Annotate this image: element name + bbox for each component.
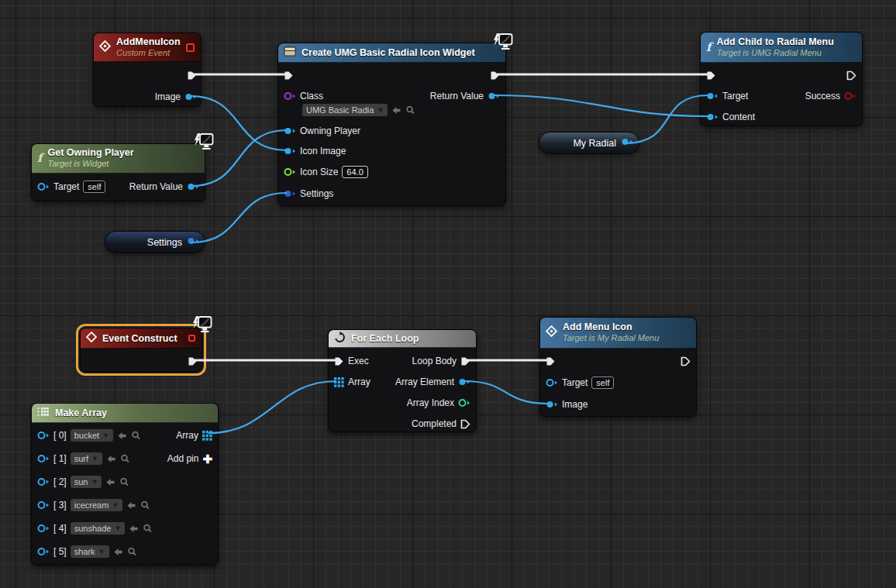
array-item-pin-3[interactable]: [ 3] icecream▼	[37, 497, 150, 513]
add-pin-label: Add pin	[167, 453, 199, 464]
object-pin-icon	[546, 378, 558, 387]
node-add-menu-icon-call[interactable]: Add Menu Icon Target is My Radial Menu T…	[539, 317, 697, 417]
node-subtitle: Target is Widget	[47, 159, 133, 169]
function-icon: f	[706, 42, 711, 53]
int-pin-icon	[458, 398, 470, 407]
image-pin[interactable]: Image	[546, 397, 588, 412]
node-title: For Each Loop	[351, 333, 419, 344]
bool-pin-icon	[844, 91, 856, 101]
array-element-pin[interactable]: Array Element	[395, 374, 470, 390]
return-value-pin[interactable]: Return Value	[430, 88, 500, 104]
class-pin-icon	[284, 91, 296, 101]
class-dropdown[interactable]: UMG Basic Radia ▼	[302, 104, 388, 116]
node-get-owning-player[interactable]: f Get Owning Player Target is Widget Tar…	[31, 143, 205, 201]
chevron-down-icon: ▼	[377, 107, 384, 114]
item-dropdown[interactable]: icecream▼	[71, 499, 123, 511]
item-dropdown[interactable]: sun▼	[71, 476, 102, 488]
add-pin-button[interactable]: Add pin ✚	[167, 451, 212, 466]
content-pin[interactable]: Content	[706, 109, 755, 125]
node-make-array[interactable]: Make Array [ 0] bucket▼ [ 1] surf▼ [ 2] …	[31, 403, 219, 566]
target-self-box[interactable]: self	[591, 377, 614, 389]
exec-in-pin[interactable]: Exec	[334, 353, 369, 369]
item-dropdown[interactable]: sunshade▼	[71, 522, 126, 535]
reset-arrow-icon[interactable]	[391, 106, 401, 115]
pin-label: [ 1]	[53, 453, 67, 464]
array-index-pin[interactable]: Array Index	[407, 395, 470, 411]
array-item-pin-4[interactable]: [ 4] sunshade▼	[37, 521, 153, 536]
array-in-pin[interactable]: Array	[334, 374, 370, 390]
array-item-pin-1[interactable]: [ 1] surf▼	[37, 451, 130, 466]
item-dropdown[interactable]: bucket▼	[71, 429, 113, 442]
node-event-construct[interactable]: Event Construct	[80, 328, 202, 372]
data-wire-arrayelement-image[interactable]	[464, 381, 549, 404]
array-item-pin-2[interactable]: [ 2] sun▼	[37, 474, 129, 490]
variable-label: Settings	[147, 237, 182, 248]
owning-player-pin[interactable]: Owning Player	[284, 123, 360, 139]
pin-label: Success	[805, 91, 840, 101]
target-self-box[interactable]: self	[83, 181, 105, 193]
variable-node-my-radial[interactable]: My Radial	[539, 132, 639, 154]
object-pin-icon	[37, 547, 50, 556]
editor-screen-icon	[191, 316, 212, 338]
item-dropdown[interactable]: shark▼	[71, 545, 109, 558]
pin-label: Return Value	[129, 181, 183, 192]
construct-widget-icon	[284, 46, 296, 60]
exec-pin-icon	[460, 419, 470, 429]
browse-search-icon[interactable]	[140, 500, 150, 510]
reset-arrow-icon[interactable]	[106, 455, 116, 463]
target-pin[interactable]: Target self	[37, 179, 105, 194]
browse-search-icon[interactable]	[119, 477, 129, 487]
loop-body-pin[interactable]: Loop Body	[412, 353, 470, 369]
node-create-widget[interactable]: Create UMG Basic Radial Icon Widget Clas…	[277, 43, 506, 206]
icon-size-input[interactable]: 64.0	[342, 166, 367, 178]
pin-label: Exec	[348, 356, 369, 366]
reset-arrow-icon[interactable]	[113, 548, 123, 556]
pin-label: Loop Body	[412, 356, 457, 366]
node-subtitle: Custom Event	[116, 48, 181, 58]
array-item-pin-5[interactable]: [ 5] shark▼	[37, 544, 137, 559]
reset-arrow-icon[interactable]	[105, 478, 115, 487]
exec-out-pin[interactable]	[681, 353, 691, 369]
node-title: AddMenuIcon	[116, 36, 181, 48]
browse-search-icon[interactable]	[127, 547, 137, 556]
blueprint-graph-canvas[interactable]: AddMenuIcon Custom Event Image Create UM…	[0, 0, 896, 588]
node-add-child-to-radial-menu[interactable]: f Add Child to Radial Menu Target is UMG…	[700, 32, 863, 126]
exec-pin-icon	[681, 356, 691, 366]
variable-node-settings[interactable]: Settings	[105, 231, 205, 253]
browse-search-icon[interactable]	[143, 524, 153, 533]
pin-label: [ 0]	[53, 430, 67, 441]
pin-label: Array Index	[407, 397, 454, 408]
class-pin[interactable]: Class	[284, 88, 323, 104]
custom-event-icon	[99, 40, 111, 55]
target-pin[interactable]: Target self	[546, 375, 614, 390]
array-out-pin[interactable]: Array	[176, 428, 212, 443]
array-item-pin-0[interactable]: [ 0] bucket▼	[37, 428, 141, 443]
return-value-pin[interactable]: Return Value	[129, 179, 199, 194]
browse-search-icon[interactable]	[405, 105, 415, 115]
icon-image-pin[interactable]: Icon Image	[284, 143, 346, 159]
reset-arrow-icon[interactable]	[117, 432, 127, 440]
array-pin-icon	[202, 431, 212, 441]
node-addmenuicon-custom-event[interactable]: AddMenuIcon Custom Event Image	[93, 33, 202, 107]
target-pin[interactable]: Target	[706, 88, 748, 104]
pin-label: [ 2]	[53, 476, 67, 487]
reset-arrow-icon[interactable]	[129, 524, 139, 533]
settings-pin[interactable]: Settings	[284, 186, 333, 201]
object-pin-icon	[37, 477, 50, 487]
browse-search-icon[interactable]	[131, 431, 141, 440]
exec-out-pin[interactable]	[846, 67, 856, 83]
image-out-pin[interactable]: Image	[155, 89, 197, 105]
data-wire-settings[interactable]	[191, 193, 287, 242]
class-selector-row: UMG Basic Radia ▼	[302, 102, 415, 118]
item-dropdown[interactable]: surf▼	[71, 452, 102, 465]
icon-size-pin[interactable]: Icon Size 64.0	[284, 164, 368, 180]
node-for-each-loop[interactable]: For Each Loop Exec Array Loop Body Array…	[328, 329, 477, 432]
completed-pin[interactable]: Completed	[412, 416, 470, 432]
reset-arrow-icon[interactable]	[126, 501, 136, 510]
success-pin[interactable]: Success	[805, 88, 856, 104]
object-pin-icon	[37, 431, 50, 440]
data-wire-makearray-array[interactable]	[208, 381, 336, 433]
object-pin-icon	[37, 182, 50, 191]
event-call-icon	[546, 325, 557, 340]
browse-search-icon[interactable]	[120, 454, 130, 463]
